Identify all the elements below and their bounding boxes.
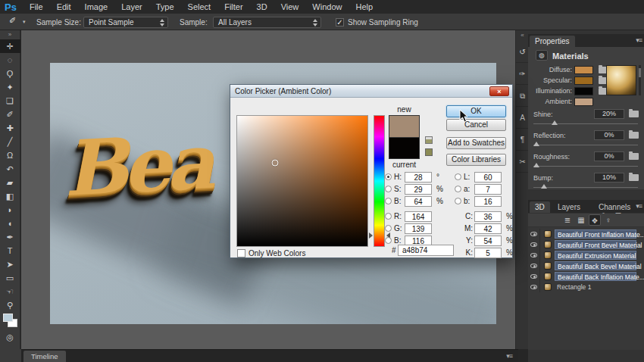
- eye-icon[interactable]: [530, 264, 537, 268]
- lasso-tool[interactable]: Ϙ: [0, 67, 20, 80]
- visibility-cell[interactable]: [528, 271, 540, 282]
- color-swatches[interactable]: [0, 312, 20, 330]
- panel-menu-icon[interactable]: ▾≡: [636, 202, 642, 210]
- eye-icon[interactable]: [530, 285, 537, 289]
- value-input[interactable]: 29: [405, 184, 432, 195]
- gradient-tool[interactable]: ◧: [0, 189, 20, 203]
- radio-button[interactable]: [385, 186, 392, 192]
- clone-stamp-tool[interactable]: Ω: [0, 148, 20, 162]
- menu-item-file[interactable]: File: [23, 0, 50, 14]
- value-input[interactable]: 42: [474, 223, 502, 234]
- move-tool[interactable]: ✛: [0, 39, 20, 53]
- layer-name[interactable]: Beautiful Back Bevel Material: [555, 261, 636, 270]
- menu-item-select[interactable]: Select: [181, 0, 218, 14]
- visibility-cell[interactable]: [528, 282, 540, 292]
- close-icon[interactable]: ×: [489, 86, 509, 96]
- clone-source-panel-icon[interactable]: ⧉: [516, 85, 529, 107]
- radio-button[interactable]: [385, 213, 392, 220]
- radio-button[interactable]: [455, 186, 461, 192]
- web-gamut-warning-icon[interactable]: [425, 136, 433, 144]
- slider-track[interactable]: [533, 123, 638, 124]
- foreground-color-swatch[interactable]: [3, 314, 13, 322]
- radio-button[interactable]: [385, 237, 392, 244]
- brush-presets-panel-icon[interactable]: ✑: [516, 63, 529, 85]
- radio-button[interactable]: [455, 198, 461, 204]
- magic-wand-tool[interactable]: ✦: [0, 80, 20, 94]
- blur-tool[interactable]: ◗: [0, 203, 20, 217]
- folder-icon[interactable]: [629, 132, 639, 139]
- web-safe-color-chip[interactable]: [425, 148, 433, 156]
- lights-filter-icon[interactable]: ♀: [602, 214, 614, 226]
- slider-thumb[interactable]: [552, 120, 558, 125]
- layer-name[interactable]: Rectangle 1: [555, 282, 593, 292]
- material-color-swatch[interactable]: [574, 98, 593, 106]
- dock-expand-icon[interactable]: «: [516, 32, 529, 39]
- path-selection-tool[interactable]: ➤: [0, 257, 20, 271]
- ok-button[interactable]: OK: [446, 105, 506, 117]
- radio-button[interactable]: [385, 225, 392, 232]
- color-libraries-button[interactable]: Color Libraries: [446, 154, 506, 166]
- hue-slider-arrow-left[interactable]: [369, 232, 373, 239]
- slider-value[interactable]: 0%: [594, 130, 624, 140]
- dialog-title-bar[interactable]: Color Picker (Ambient Color): [230, 85, 512, 98]
- menu-item-layer[interactable]: Layer: [114, 0, 149, 14]
- sample-dropdown[interactable]: All Layers: [213, 17, 321, 28]
- menu-item-filter[interactable]: Filter: [217, 0, 249, 14]
- folder-icon[interactable]: [629, 153, 639, 160]
- radio-button[interactable]: [385, 198, 392, 204]
- visibility-cell[interactable]: [528, 261, 540, 271]
- menu-item-type[interactable]: Type: [149, 0, 181, 14]
- folder-icon[interactable]: [629, 174, 639, 181]
- eraser-tool[interactable]: ▰: [0, 176, 20, 189]
- radio-button[interactable]: [455, 173, 461, 180]
- history-panel-icon[interactable]: ↺: [516, 41, 529, 63]
- add-to-swatches-button[interactable]: Add to Swatches: [446, 137, 506, 149]
- marquee-tool[interactable]: ◌: [0, 53, 20, 67]
- layer-row[interactable]: Beautiful Back Inflation Mate...: [528, 271, 644, 282]
- cancel-button[interactable]: Cancel: [446, 119, 506, 131]
- tab-timeline[interactable]: Timeline: [23, 351, 66, 362]
- slider-thumb[interactable]: [533, 163, 539, 167]
- material-color-swatch[interactable]: [574, 66, 593, 74]
- menu-item-edit[interactable]: Edit: [50, 0, 78, 14]
- value-input[interactable]: 64: [405, 196, 432, 207]
- color-field-marker[interactable]: [271, 159, 278, 166]
- value-input[interactable]: 139: [405, 223, 432, 234]
- menu-item-window[interactable]: Window: [305, 0, 349, 14]
- gold-3d-text[interactable]: Bea: [61, 117, 211, 214]
- folder-icon[interactable]: [629, 111, 639, 117]
- menu-item-image[interactable]: Image: [78, 0, 115, 14]
- hue-slider[interactable]: [374, 115, 385, 247]
- slider-track[interactable]: [533, 145, 638, 145]
- slider-track[interactable]: [533, 166, 638, 167]
- eyedropper-tool[interactable]: ✐: [0, 108, 20, 121]
- menu-item-3d[interactable]: 3D: [250, 0, 274, 14]
- panel-menu-icon[interactable]: ▾≡: [506, 352, 512, 360]
- value-input[interactable]: 60: [474, 172, 502, 183]
- tool-preset-caret-icon[interactable]: ▾: [23, 19, 26, 25]
- quick-mask-button[interactable]: ◎: [0, 330, 20, 344]
- slider-thumb[interactable]: [533, 142, 539, 146]
- value-input[interactable]: 16: [474, 196, 502, 207]
- panel-menu-icon[interactable]: ▾≡: [636, 36, 642, 44]
- material-sphere-preview[interactable]: [606, 65, 636, 95]
- sample-size-dropdown[interactable]: Point Sample: [83, 17, 168, 28]
- layer-row[interactable]: Rectangle 1: [528, 282, 644, 292]
- slider-value[interactable]: 10%: [594, 173, 624, 183]
- value-input[interactable]: 28: [405, 172, 432, 183]
- saturation-brightness-field[interactable]: [236, 115, 368, 247]
- tab-properties[interactable]: Properties: [530, 36, 575, 47]
- tab-channels[interactable]: Channels: [593, 201, 636, 213]
- slider-value[interactable]: 0%: [594, 151, 624, 161]
- type-tool[interactable]: T: [0, 244, 20, 257]
- toolbar-collapse-icon[interactable]: »: [0, 30, 20, 39]
- only-web-colors-checkbox[interactable]: [237, 249, 245, 257]
- hex-input[interactable]: a48b74: [398, 245, 454, 256]
- show-sampling-ring-checkbox[interactable]: ✓: [336, 18, 344, 27]
- radio-button[interactable]: [385, 173, 392, 180]
- dodge-tool[interactable]: ◖: [0, 217, 20, 230]
- menu-item-help[interactable]: Help: [349, 0, 380, 14]
- paragraph-panel-icon[interactable]: ¶: [516, 129, 529, 151]
- history-brush-tool[interactable]: ↶: [0, 162, 20, 176]
- current-color-swatch[interactable]: [389, 137, 420, 159]
